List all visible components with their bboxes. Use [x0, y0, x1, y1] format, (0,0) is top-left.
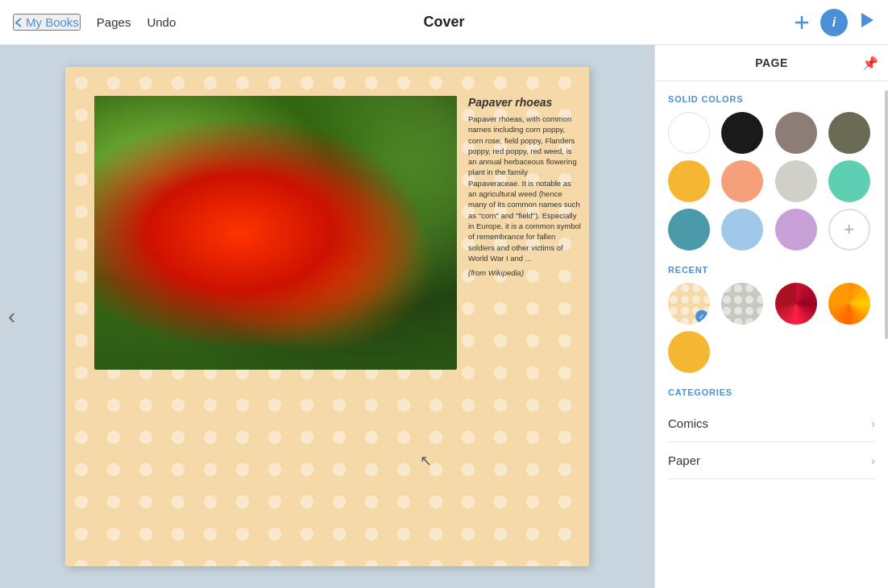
info-button[interactable]: i [820, 9, 848, 36]
swatch-teal[interactable] [668, 209, 710, 251]
info-label: i [832, 15, 836, 30]
recent-swatch-orange[interactable] [828, 283, 870, 325]
book-page: Papaver rhoeas Papaver rhoeas, with comm… [65, 67, 589, 566]
pages-button[interactable]: Pages [97, 15, 131, 29]
category-paper-label: Paper [668, 453, 700, 467]
back-chevron-icon [15, 17, 23, 28]
prev-page-button[interactable]: ‹ [8, 304, 15, 329]
undo-button[interactable]: Undo [147, 15, 176, 29]
recent-swatch-gold[interactable] [668, 331, 710, 373]
plus-icon [793, 14, 811, 31]
book-text-title: Papaver rhoeas [468, 96, 581, 109]
canvas-area: ‹ Papaver rhoeas Papaver rhoeas, with co… [0, 45, 654, 588]
panel-content: SOLID COLORS + RECENT ✓ [655, 81, 888, 588]
solid-colors-label: SOLID COLORS [668, 94, 875, 104]
swatch-yellow[interactable] [668, 160, 710, 202]
selected-check: ✓ [695, 310, 708, 323]
category-item-comics[interactable]: Comics › [668, 405, 875, 442]
swatch-sky-blue[interactable] [721, 209, 763, 251]
main-layout: ‹ Papaver rhoeas Papaver rhoeas, with co… [0, 45, 888, 588]
flower-image [94, 96, 457, 370]
recent-swatch-crimson[interactable] [775, 283, 817, 325]
swatch-light-gray[interactable] [775, 160, 817, 202]
book-text-body: Papaver rhoeas, with common names includ… [468, 114, 581, 263]
panel-title: PAGE [755, 56, 788, 69]
swatch-peach[interactable] [721, 160, 763, 202]
play-button[interactable] [857, 11, 875, 33]
header-left-nav: My Books Pages Undo [13, 14, 176, 31]
paper-chevron-icon: › [871, 454, 875, 467]
pin-button[interactable]: 📌 [862, 56, 878, 71]
recent-swatch-polka-gray[interactable] [721, 283, 763, 325]
book-text-wiki: (from Wikipedia) [468, 268, 581, 277]
header-right-actions: i [793, 9, 875, 36]
categories-label: CATEGORIES [668, 387, 875, 397]
back-button[interactable]: My Books [13, 14, 81, 31]
recent-colors-grid: ✓ [668, 283, 875, 373]
swatch-brown-gray[interactable] [775, 112, 817, 154]
swatch-olive[interactable] [828, 112, 870, 154]
cursor-indicator: ↖ [420, 452, 432, 470]
comics-chevron-icon: › [871, 417, 875, 430]
page-title: Cover [423, 14, 464, 31]
scroll-thumb [885, 90, 888, 339]
swatch-lavender[interactable] [775, 209, 817, 251]
add-button[interactable] [793, 14, 811, 31]
recent-swatch-polka-light[interactable]: ✓ [668, 283, 710, 325]
solid-colors-grid: + [668, 112, 875, 251]
book-image [94, 96, 457, 370]
svg-marker-2 [861, 13, 873, 27]
play-icon [857, 11, 875, 29]
recent-label: RECENT [668, 265, 875, 275]
header: My Books Pages Undo Cover i [0, 0, 888, 45]
swatch-white[interactable] [668, 112, 710, 154]
right-panel: PAGE 📌 SOLID COLORS + RECENT [654, 45, 888, 588]
book-text-content: Papaver rhoeas Papaver rhoeas, with comm… [468, 96, 581, 277]
add-color-button[interactable]: + [828, 209, 870, 251]
back-label: My Books [26, 15, 79, 29]
categories-section: CATEGORIES Comics › Paper › [668, 387, 875, 479]
category-item-paper[interactable]: Paper › [668, 442, 875, 479]
scrollbar[interactable] [885, 90, 888, 588]
swatch-black[interactable] [721, 112, 763, 154]
category-comics-label: Comics [668, 416, 708, 430]
swatch-mint[interactable] [828, 160, 870, 202]
panel-header: PAGE 📌 [655, 45, 888, 81]
